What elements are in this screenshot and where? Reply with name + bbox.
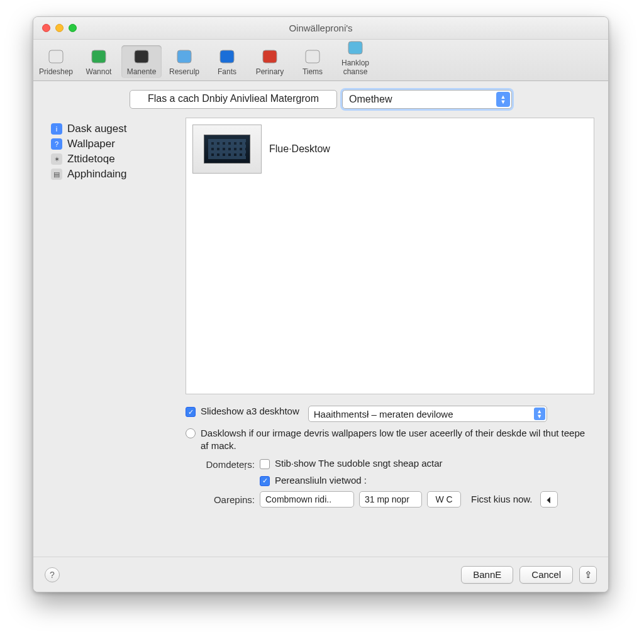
- svg-rect-4: [220, 50, 234, 63]
- oarepins-field-3[interactable]: W C: [427, 491, 461, 508]
- description-row: Dasklowsh if our irmage devris wallpaper…: [186, 427, 594, 453]
- oarepins-label: Oarepins:: [186, 493, 255, 505]
- options-group: ✓ Slideshow a3 deskhtow Haaithmentsł – m…: [186, 394, 594, 513]
- window-title: Oinwälleproni's: [33, 23, 608, 33]
- toolbar-item-label: Perinary: [250, 67, 290, 76]
- toolbar-item-fants[interactable]: Fants: [207, 45, 247, 78]
- description-text: Dasklowsh if our irmage devris wallpaper…: [201, 427, 594, 453]
- toolbar-icon: [302, 47, 323, 66]
- svg-rect-7: [348, 42, 362, 54]
- toolbar-item-label: Tiems: [292, 67, 333, 76]
- svg-rect-2: [135, 50, 148, 63]
- description-radio[interactable]: [186, 428, 196, 438]
- toolbar-item-prideshep[interactable]: Prideshep: [36, 45, 76, 78]
- header-select[interactable]: Omethew ▲▼: [342, 90, 512, 109]
- svg-rect-3: [177, 50, 191, 63]
- preview-area: Flue·Desktow: [186, 118, 594, 394]
- sub2-label: Pereansliuln vietwod :: [275, 475, 367, 486]
- sidebar-icon: ▤: [51, 169, 62, 180]
- sidebar-item-label: Apphindaing: [67, 168, 127, 180]
- preferences-window: Oinwälleproni's PrideshepWannotManenteRe…: [33, 16, 609, 592]
- monitor-icon: [204, 135, 250, 164]
- header-select-value: Omethew: [349, 94, 392, 105]
- domdeters-label: Domdeteŗs:: [186, 458, 255, 470]
- sidebar-icon: ✶: [51, 153, 62, 165]
- toolbar-item-label: Reserulp: [164, 67, 204, 76]
- toolbar-item-perinary[interactable]: Perinary: [250, 45, 290, 78]
- slideshow-label: Slideshow a3 deskhtow: [201, 406, 299, 416]
- svg-rect-1: [92, 50, 106, 63]
- toolbar-item-reserulp[interactable]: Reserulp: [164, 45, 204, 78]
- sidebar-item-wallpaper[interactable]: ?Wallpaper: [47, 136, 186, 152]
- titlebar: Oinwälleproni's: [33, 17, 608, 40]
- oarepins-field-1[interactable]: Combmown ridi..: [260, 491, 354, 508]
- oarepins-field-2[interactable]: 31 mp nopr: [359, 491, 422, 508]
- desktop-thumbnail[interactable]: [192, 125, 262, 174]
- updown-icon: ▲▼: [534, 408, 545, 420]
- toolbar: PrideshepWannotManenteReserulpFantsPerin…: [33, 40, 608, 81]
- toolbar-icon: [131, 47, 152, 66]
- toolbar-icon: [45, 47, 67, 66]
- body: iDask augest?Wallpaper✶Zttidetoqe▤Apphin…: [33, 118, 608, 557]
- svg-rect-6: [306, 50, 319, 63]
- oarepins-row: Oarepins: Combmown ridi.. 31 mp nopr W C…: [186, 491, 594, 508]
- toolbar-item-label: Wannot: [79, 67, 119, 76]
- slideshow-checkbox[interactable]: ✓: [186, 407, 196, 417]
- toolbar-icon: [345, 38, 366, 57]
- updown-icon: ▲▼: [496, 92, 510, 107]
- sidebar-item-label: Dask augest: [67, 123, 127, 135]
- sidebar-item-label: Zttidetoqe: [67, 153, 115, 165]
- arrow-up-icon: ⇪: [584, 569, 592, 580]
- ok-button[interactable]: BannE: [461, 566, 513, 584]
- svg-rect-5: [263, 50, 277, 63]
- toolbar-item-hanklop-chanse[interactable]: Hanklop chanse: [335, 36, 375, 78]
- sidebar-item-label: Wallpaper: [67, 138, 115, 150]
- toolbar-icon: [259, 47, 280, 66]
- sidebar-item-zttidetoqe[interactable]: ✶Zttidetoqe: [47, 152, 186, 167]
- toolbar-item-label: Manente: [121, 67, 162, 76]
- toolbar-icon: [174, 47, 195, 66]
- toolbar-item-manente[interactable]: Manente: [121, 45, 162, 78]
- toolbar-icon: [216, 47, 238, 66]
- sub1-label: Stib·show The sudoble sngt sheap actar: [275, 458, 443, 469]
- domdeters-row-2: ✓ Pereansliuln vietwod :: [186, 475, 594, 486]
- oarepins-stepper[interactable]: ⏴: [540, 491, 558, 508]
- toolbar-item-wannot[interactable]: Wannot: [79, 45, 119, 78]
- toolbar-item-label: Prideshep: [36, 67, 76, 76]
- header-prompt: Flas a cach Dnbiy Anivlieal Matergrom: [130, 90, 337, 109]
- cancel-button[interactable]: Cancel: [519, 566, 573, 584]
- toolbar-icon: [88, 47, 109, 66]
- domdeters-row-1: Domdeteŗs: Stib·show The sudoble sngt sh…: [186, 458, 594, 470]
- sub2-checkbox[interactable]: ✓: [260, 476, 270, 486]
- slideshow-interval-value: Haaithmentsł – meraten devilowe: [314, 409, 453, 419]
- toolbar-item-tiems[interactable]: Tiems: [292, 45, 333, 78]
- sidebar-item-dask-augest[interactable]: iDask augest: [47, 121, 186, 136]
- help-button[interactable]: ?: [45, 567, 60, 582]
- sidebar-item-apphindaing[interactable]: ▤Apphindaing: [47, 167, 186, 182]
- oarepins-field-4-label: Ficst kius now.: [471, 494, 533, 504]
- sidebar-icon: i: [51, 123, 62, 135]
- sidebar: iDask augest?Wallpaper✶Zttidetoqe▤Apphin…: [47, 118, 186, 557]
- slideshow-row: ✓ Slideshow a3 deskhtow Haaithmentsł – m…: [186, 406, 594, 422]
- sidebar-icon: ?: [51, 138, 62, 150]
- thumbnail-label: Flue·Desktow: [269, 143, 330, 155]
- header-row: Flas a cach Dnbiy Anivlieal Matergrom Om…: [33, 81, 608, 118]
- toolbar-item-label: Hanklop chanse: [335, 58, 375, 76]
- svg-rect-0: [49, 50, 63, 63]
- sub1-checkbox[interactable]: [260, 459, 270, 469]
- toolbar-item-label: Fants: [207, 67, 247, 76]
- content: Flue·Desktow ✓ Slideshow a3 deskhtow Haa…: [186, 118, 594, 557]
- footer: ? BannE Cancel ⇪: [33, 557, 608, 592]
- slideshow-interval-select[interactable]: Haaithmentsł – meraten devilowe ▲▼: [308, 406, 547, 422]
- apply-button[interactable]: ⇪: [579, 566, 597, 584]
